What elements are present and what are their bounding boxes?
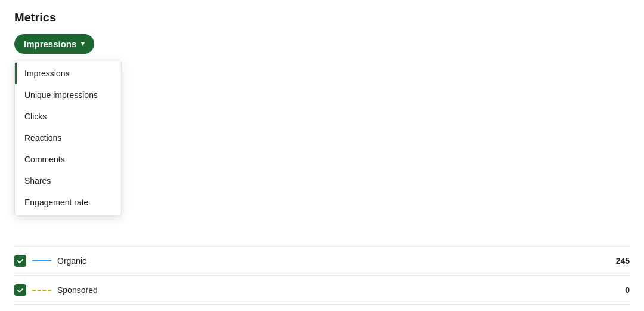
dropdown-item-unique-impressions[interactable]: Unique impressions (15, 84, 121, 106)
legend-item-sponsored: Sponsored 0 (14, 281, 630, 300)
metric-dropdown-button[interactable]: Impressions ▾ (14, 34, 94, 54)
page-title: Metrics (14, 11, 630, 24)
legend-area: Organic 245 Sponsored 0 (14, 246, 630, 305)
legend-divider-top (14, 246, 630, 247)
dropdown-item-comments[interactable]: Comments (15, 149, 121, 170)
legend-divider-mid (14, 275, 630, 276)
sponsored-label: Sponsored (57, 285, 619, 295)
dropdown-item-shares[interactable]: Shares (15, 170, 121, 192)
sponsored-line-indicator (32, 290, 51, 291)
sponsored-checkbox[interactable] (14, 284, 26, 296)
dropdown-item-reactions[interactable]: Reactions (15, 127, 121, 149)
organic-label: Organic (57, 256, 610, 266)
legend-item-organic: Organic 245 (14, 251, 630, 270)
organic-checkbox[interactable] (14, 255, 26, 267)
legend-divider-bottom (14, 304, 630, 305)
dropdown-item-engagement-rate[interactable]: Engagement rate (15, 192, 121, 213)
dropdown-item-impressions[interactable]: Impressions (15, 63, 121, 84)
metric-dropdown-menu: Impressions Unique impressions Clicks Re… (14, 60, 122, 216)
organic-line-indicator (32, 260, 51, 261)
organic-value: 245 (616, 256, 630, 266)
chevron-down-icon: ▾ (81, 40, 85, 48)
sponsored-value: 0 (625, 285, 630, 295)
dropdown-item-clicks[interactable]: Clicks (15, 106, 121, 127)
